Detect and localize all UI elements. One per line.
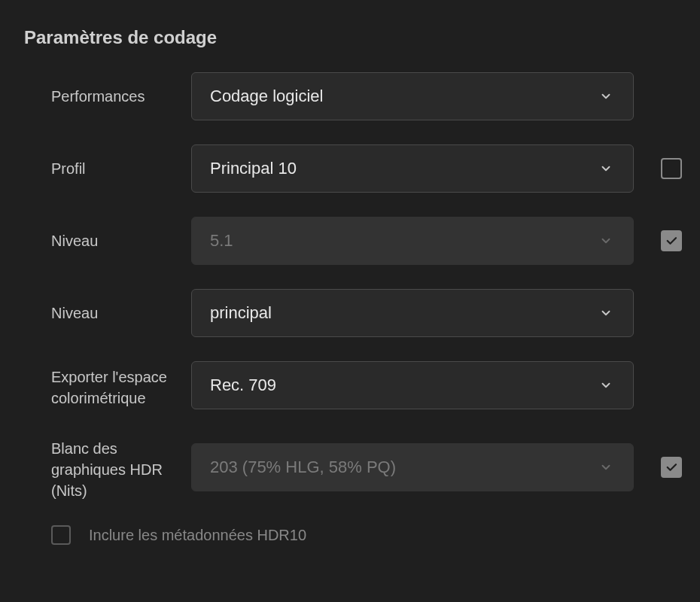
dropdown-niveau1-value: 5.1 bbox=[210, 231, 233, 251]
label-include-hdr10: Inclure les métadonnées HDR10 bbox=[89, 527, 306, 544]
chevron-down-icon bbox=[597, 458, 615, 476]
row-performances: Performances Codage logiciel bbox=[51, 72, 676, 120]
encoding-settings-section: Paramètres de codage Performances Codage… bbox=[24, 27, 676, 545]
label-hdrwhite: Blanc des graphiques HDR (Nits) bbox=[51, 433, 191, 501]
dropdown-colorspace[interactable]: Rec. 709 bbox=[191, 361, 634, 409]
checkbox-niveau1-auto[interactable] bbox=[661, 230, 682, 251]
row-niveau1: Niveau 5.1 bbox=[51, 217, 676, 265]
row-include-hdr10: Inclure les métadonnées HDR10 bbox=[51, 525, 676, 545]
row-hdrwhite: Blanc des graphiques HDR (Nits) 203 (75%… bbox=[51, 433, 676, 501]
checkbox-hdrwhite-auto[interactable] bbox=[661, 457, 682, 478]
dropdown-performances[interactable]: Codage logiciel bbox=[191, 72, 634, 120]
section-title: Paramètres de codage bbox=[24, 27, 676, 48]
chevron-down-icon bbox=[597, 376, 615, 394]
label-performances: Performances bbox=[51, 86, 191, 107]
checkbox-include-hdr10[interactable] bbox=[51, 525, 71, 545]
chevron-down-icon bbox=[597, 87, 615, 105]
dropdown-hdrwhite: 203 (75% HLG, 58% PQ) bbox=[191, 443, 634, 491]
dropdown-hdrwhite-value: 203 (75% HLG, 58% PQ) bbox=[210, 458, 396, 477]
label-profil: Profil bbox=[51, 158, 191, 179]
dropdown-niveau2[interactable]: principal bbox=[191, 289, 634, 337]
row-colorspace: Exporter l'espace colorimétrique Rec. 70… bbox=[51, 361, 676, 409]
dropdown-performances-value: Codage logiciel bbox=[210, 87, 323, 106]
row-niveau2: Niveau principal bbox=[51, 289, 676, 337]
checkbox-profil-auto[interactable] bbox=[661, 158, 682, 179]
dropdown-profil[interactable]: Principal 10 bbox=[191, 144, 634, 193]
label-niveau2: Niveau bbox=[51, 303, 191, 324]
chevron-down-icon bbox=[597, 232, 615, 250]
chevron-down-icon bbox=[597, 160, 615, 178]
label-colorspace: Exporter l'espace colorimétrique bbox=[51, 362, 191, 409]
chevron-down-icon bbox=[597, 304, 615, 322]
row-profil: Profil Principal 10 bbox=[51, 144, 676, 193]
dropdown-niveau1: 5.1 bbox=[191, 217, 634, 265]
settings-content: Performances Codage logiciel Profil Prin… bbox=[24, 72, 676, 545]
dropdown-niveau2-value: principal bbox=[210, 303, 272, 323]
dropdown-profil-value: Principal 10 bbox=[210, 159, 297, 178]
dropdown-colorspace-value: Rec. 709 bbox=[210, 375, 276, 395]
label-niveau1: Niveau bbox=[51, 230, 191, 251]
